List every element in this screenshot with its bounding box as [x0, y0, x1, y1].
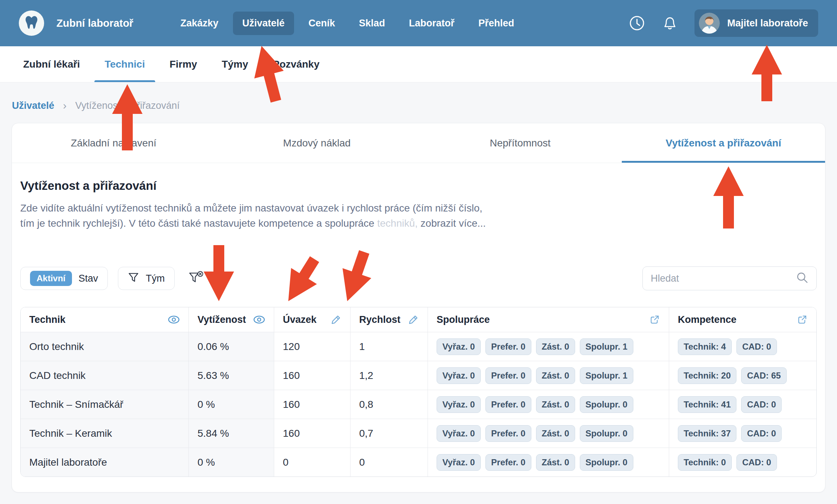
- spoluprace-badge[interactable]: Prefer. 0: [485, 367, 531, 384]
- page-title: Vytíženost a přiřazování: [20, 179, 817, 193]
- spoluprace-badge[interactable]: Vyřaz. 0: [437, 338, 481, 355]
- column-label: Kompetence: [678, 314, 736, 325]
- spoluprace-badge[interactable]: Spolupr. 0: [580, 425, 633, 442]
- tab-mzdovy-naklad[interactable]: Mzdový náklad: [215, 123, 418, 163]
- subnav-item-technici[interactable]: Technici: [94, 46, 155, 82]
- section-description: Zde vidíte aktuální vytíženost techniků …: [20, 201, 817, 231]
- uvazek-cell[interactable]: 160: [274, 419, 350, 448]
- technicians-table: TechnikVytíženostÚvazekRychlostSpoluprác…: [20, 307, 817, 477]
- show-more-link[interactable]: zobrazit více...: [421, 218, 486, 229]
- uvazek-cell[interactable]: 160: [274, 390, 350, 419]
- team-filter-label: Tým: [146, 273, 165, 284]
- kompetence-badge[interactable]: Technik: 37: [678, 425, 736, 442]
- spoluprace-badge[interactable]: Spolupr. 0: [580, 454, 633, 471]
- uvazek-cell[interactable]: 160: [274, 361, 350, 390]
- rychlost-cell[interactable]: 1: [350, 332, 428, 361]
- spoluprace-badge[interactable]: Vyřaz. 0: [437, 454, 481, 471]
- app-logo[interactable]: [19, 10, 44, 36]
- history-clock-icon[interactable]: [629, 15, 645, 31]
- vytizenost-cell: 0 %: [189, 390, 274, 419]
- pencil-icon[interactable]: [408, 314, 419, 325]
- nav-item-sklad[interactable]: Sklad: [349, 12, 394, 35]
- kompetence-badge[interactable]: CAD: 0: [736, 338, 777, 355]
- vytizenost-cell: 5.63 %: [189, 361, 274, 390]
- tab-vytizenost-a-prirazovani[interactable]: Vytíženost a přiřazování: [622, 123, 825, 163]
- spoluprace-badge[interactable]: Zást. 0: [536, 396, 575, 413]
- spoluprace-badge[interactable]: Vyřaz. 0: [437, 367, 481, 384]
- spoluprace-badge[interactable]: Zást. 0: [536, 367, 575, 384]
- breadcrumb-link-uzivatele[interactable]: Uživatelé: [12, 100, 54, 111]
- avatar: [699, 13, 720, 34]
- spoluprace-cell: Vyřaz. 0Prefer. 0Zást. 0Spolupr. 0: [428, 448, 669, 477]
- spoluprace-badge[interactable]: Zást. 0: [536, 454, 575, 471]
- nav-item-zakazky[interactable]: Zakázky: [171, 12, 228, 35]
- subnav-item-pozvanky[interactable]: Pozvánky: [263, 46, 330, 82]
- external-icon[interactable]: [649, 314, 660, 325]
- top-right-actions: Majitel laboratoře: [629, 9, 818, 37]
- nav-item-laborator[interactable]: Laboratoř: [399, 12, 464, 35]
- nav-item-uzivatele[interactable]: Uživatelé: [233, 12, 294, 35]
- breadcrumb-separator: ›: [63, 99, 67, 112]
- description-fade: techniků,: [377, 218, 418, 229]
- clear-filters-button[interactable]: [188, 271, 204, 286]
- spoluprace-cell: Vyřaz. 0Prefer. 0Zást. 0Spolupr. 0: [428, 390, 669, 419]
- column-label: Technik: [29, 314, 65, 325]
- spoluprace-badge[interactable]: Zást. 0: [536, 425, 575, 442]
- kompetence-badge[interactable]: Technik: 0: [678, 454, 732, 471]
- vytizenost-cell: 0.06 %: [189, 332, 274, 361]
- kompetence-badge[interactable]: CAD: 0: [741, 425, 782, 442]
- description-line-1: Zde vidíte aktuální vytíženost techniků …: [20, 201, 817, 216]
- spoluprace-cell: Vyřaz. 0Prefer. 0Zást. 0Spolupr. 1: [428, 361, 669, 390]
- table-row-cad-technik: CAD technik5.63 %1601,2Vyřaz. 0Prefer. 0…: [21, 361, 816, 390]
- funnel-clear-icon: [188, 271, 204, 286]
- spoluprace-badge[interactable]: Vyřaz. 0: [437, 396, 481, 413]
- pencil-icon[interactable]: [331, 314, 341, 325]
- technik-cell: Technik – Snímačkář: [21, 390, 189, 419]
- search-input[interactable]: [651, 273, 796, 284]
- notifications-bell-icon[interactable]: [662, 15, 678, 31]
- spoluprace-badge[interactable]: Spolupr. 0: [580, 396, 633, 413]
- rychlost-cell[interactable]: 1,2: [350, 361, 428, 390]
- nav-item-cenik[interactable]: Ceník: [299, 12, 345, 35]
- tab-zakladni-nastaveni[interactable]: Základní nastavení: [12, 123, 215, 163]
- kompetence-badge[interactable]: Technik: 41: [678, 396, 736, 413]
- rychlost-cell[interactable]: 0,7: [350, 419, 428, 448]
- spoluprace-badge[interactable]: Vyřaz. 0: [437, 425, 481, 442]
- kompetence-cell: Technik: 0CAD: 0: [669, 448, 816, 477]
- status-filter-button[interactable]: Aktivní Stav: [20, 267, 108, 290]
- subnav-item-tymy[interactable]: Týmy: [212, 46, 258, 82]
- section-header: Vytíženost a přiřazování Zde vidíte aktu…: [12, 163, 825, 231]
- brand-name: Zubní laboratoř: [56, 17, 133, 29]
- spoluprace-badge[interactable]: Prefer. 0: [485, 338, 531, 355]
- kompetence-badge[interactable]: Technik: 20: [678, 367, 736, 384]
- rychlost-cell[interactable]: 0: [350, 448, 428, 477]
- external-icon[interactable]: [797, 314, 808, 325]
- spoluprace-badge[interactable]: Prefer. 0: [485, 396, 531, 413]
- spoluprace-badge[interactable]: Prefer. 0: [485, 425, 531, 442]
- kompetence-badge[interactable]: CAD: 65: [741, 367, 786, 384]
- uvazek-cell[interactable]: 120: [274, 332, 350, 361]
- content-card: Základní nastaveníMzdový nákladNepřítomn…: [12, 123, 825, 492]
- tab-nepritomnost[interactable]: Nepřítomnost: [418, 123, 622, 163]
- eye-icon[interactable]: [168, 315, 180, 324]
- rychlost-cell[interactable]: 0,8: [350, 390, 428, 419]
- spoluprace-cell: Vyřaz. 0Prefer. 0Zást. 0Spolupr. 0: [428, 419, 669, 448]
- kompetence-badge[interactable]: CAD: 0: [741, 396, 782, 413]
- column-label: Úvazek: [283, 314, 316, 325]
- status-filter-label: Stav: [78, 273, 98, 284]
- eye-icon[interactable]: [253, 315, 265, 324]
- user-menu[interactable]: Majitel laboratoře: [694, 9, 818, 37]
- column-header-uvazek: Úvazek: [274, 307, 350, 332]
- spoluprace-badge[interactable]: Spolupr. 1: [580, 338, 633, 355]
- spoluprace-badge[interactable]: Zást. 0: [536, 338, 575, 355]
- team-filter-button[interactable]: Tým: [118, 267, 174, 290]
- spoluprace-cell: Vyřaz. 0Prefer. 0Zást. 0Spolupr. 1: [428, 332, 669, 361]
- uvazek-cell[interactable]: 0: [274, 448, 350, 477]
- spoluprace-badge[interactable]: Prefer. 0: [485, 454, 531, 471]
- kompetence-badge[interactable]: CAD: 0: [736, 454, 777, 471]
- kompetence-badge[interactable]: Technik: 4: [678, 338, 732, 355]
- subnav-item-firmy[interactable]: Firmy: [160, 46, 207, 82]
- spoluprace-badge[interactable]: Spolupr. 1: [580, 367, 633, 384]
- subnav-item-zubni-lekari[interactable]: Zubní lékaři: [13, 46, 90, 82]
- nav-item-prehled[interactable]: Přehled: [469, 12, 523, 35]
